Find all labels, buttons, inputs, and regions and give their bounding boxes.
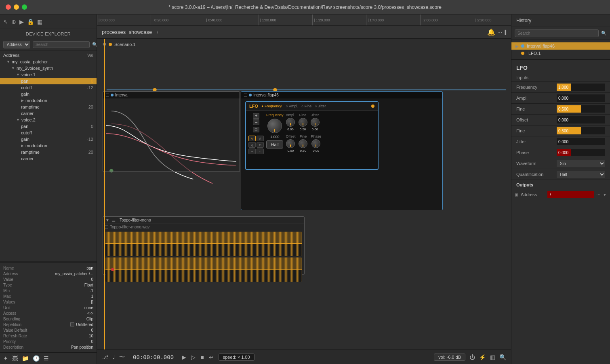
add-icon[interactable]: ⊕ <box>11 19 16 25</box>
tick-1: | 0:20.000 <box>151 15 168 25</box>
tree-item-gain-v2[interactable]: gain -12 <box>0 136 97 142</box>
lfo-param-fine-value[interactable]: 0.500 <box>557 105 605 113</box>
transport-branch-icon[interactable]: ⎇ <box>102 354 108 360</box>
lfo-plus-button[interactable]: + <box>253 113 259 119</box>
minimize-button[interactable] <box>14 4 19 10</box>
lfo-jitter-label-small: ○ Jitter <box>315 104 326 108</box>
tree-item-carrier-v2[interactable]: carrier <box>0 155 97 162</box>
output-expand-button[interactable]: ▼ <box>603 192 607 197</box>
lfo-knobs-row2: Offset 0.00 Fine 0.50 <box>286 134 321 153</box>
prop-access-label: Access <box>3 311 16 316</box>
repetition-checkbox[interactable] <box>70 322 74 326</box>
waveform-saw-button[interactable]: /| <box>248 142 256 148</box>
tree-item-value: 0 <box>91 79 93 84</box>
play-icon[interactable]: ▶ <box>19 19 24 25</box>
lfo-resize-button[interactable]: ⊡ <box>253 127 259 132</box>
waveform-noise-button[interactable]: ≈ <box>257 149 264 154</box>
tree-item-pan-v1[interactable]: pan 0 <box>0 78 97 84</box>
lfo-param-offset-value[interactable]: 0.000 <box>557 116 605 123</box>
lfo-param-ampl-value[interactable]: 0.000 <box>557 94 605 102</box>
waveform-square-button[interactable]: ⊓ <box>257 142 264 148</box>
sidebar-search-input[interactable] <box>33 41 90 48</box>
maximize-button[interactable] <box>22 4 27 10</box>
volume-display[interactable]: vol: -6.0 dB <box>434 354 465 361</box>
interval-flap46-menu-icon[interactable]: ☰ <box>244 93 247 97</box>
toppo-menu-icon[interactable]: ▼ <box>105 218 109 222</box>
sliders-icon[interactable]: ⚡ <box>479 354 486 360</box>
history-item-lfo[interactable]: LFO.1 <box>511 50 610 57</box>
tree-item-voice2[interactable]: ▼ voice.2 <box>0 117 97 123</box>
tree-item-cutoff-v2[interactable]: cutoff <box>0 130 97 136</box>
tree-item-label: cutoff <box>21 130 32 135</box>
prop-min-label: Min <box>3 289 10 293</box>
lfo-param-frequency-value[interactable]: 1.000 <box>557 84 605 91</box>
playhead-icon[interactable]: 🔔 <box>487 28 495 36</box>
tree-item-ramp-v1[interactable]: ramptime 20 <box>0 104 97 110</box>
tree-item-ramp-v2[interactable]: ramptime 20 <box>0 149 97 155</box>
prop-description-label: Description <box>3 345 23 349</box>
lfo-freq-knob[interactable] <box>267 119 282 133</box>
collapse-icon: ▼ <box>16 73 20 77</box>
lfo-fine2-group: Fine 0.50 <box>299 134 307 153</box>
prop-priority-label: Priority <box>3 339 16 344</box>
breadcrumb-name[interactable]: processes_showcase <box>102 29 152 35</box>
history-item-interval[interactable]: ▶ Interval.flap46 <box>511 42 610 50</box>
tree-item-mod-v2[interactable]: ▶ modulation <box>0 142 97 149</box>
tree-item-gain-v1[interactable]: gain <box>0 91 97 97</box>
tree-item-cutoff-v1[interactable]: cutoff -12 <box>0 84 97 91</box>
terminal-icon[interactable]: ▥ <box>490 354 495 360</box>
power-icon[interactable]: ⏻ <box>469 354 475 360</box>
list-icon[interactable]: ☰ <box>44 355 49 362</box>
history-search-input[interactable] <box>515 29 599 37</box>
lfo-phase-knob[interactable] <box>311 139 320 148</box>
titlebar: * score 3.0.0-a19 – /Users/jln/_Recherch… <box>0 0 610 15</box>
transport-wave-icon[interactable]: 〜 <box>119 354 125 361</box>
interval1-menu-icon[interactable]: ☰ <box>105 93 109 97</box>
prop-unit: Unit none <box>3 305 93 310</box>
score-canvas[interactable]: ☰ Scenario.1 ☰ <box>97 39 511 349</box>
tree-item-pan-v2[interactable]: pan 0 <box>0 123 97 130</box>
play-loop-button[interactable]: ▷ <box>191 354 196 360</box>
tree-item-value: 0 <box>91 124 93 129</box>
lfo-ampl-knob[interactable] <box>286 118 295 127</box>
lfo-minus-button[interactable]: − <box>253 119 259 125</box>
transport-note-icon[interactable]: ♩ <box>112 354 115 360</box>
lfo-offset-knob[interactable] <box>286 139 295 148</box>
grid-icon[interactable]: ▦ <box>37 19 42 25</box>
tree-item-ossia-patcher[interactable]: ▼ my_ossia_patcher <box>0 59 97 65</box>
speed-display[interactable]: speed: × 1.00 <box>219 354 255 361</box>
tree-item-mod-v1[interactable]: ▶ modulation <box>0 97 97 104</box>
waveform-sin-button[interactable]: ∿ <box>248 136 256 141</box>
waveform-tri-button[interactable]: /\ <box>257 136 264 141</box>
lfo-fine1-knob[interactable] <box>299 118 307 127</box>
cursor-icon[interactable]: ↖ <box>3 19 8 25</box>
play-transport-button[interactable]: ▶ <box>182 354 186 360</box>
lock-icon[interactable]: 🔒 <box>27 19 34 25</box>
clock-icon[interactable]: 🕐 <box>33 355 40 362</box>
tree-item-carrier-v1[interactable]: carrier <box>0 110 97 117</box>
lfo-param-fine2-value[interactable]: 0.500 <box>557 127 605 134</box>
tick-6: | 2:00.000 <box>420 15 438 25</box>
lfo-quantification-select[interactable]: Half <box>557 171 605 178</box>
lfo-fine2-knob[interactable] <box>299 139 307 148</box>
address-dropdown[interactable]: Address <box>3 41 30 48</box>
lfo-param-jitter-value[interactable]: 0.000 <box>557 138 605 145</box>
lfo-jitter-knob[interactable] <box>311 118 320 127</box>
lfo-param-phase-value[interactable]: 0.000 <box>557 149 605 156</box>
scenario-menu-icon[interactable]: ☰ <box>103 42 106 47</box>
tree-item-voice1[interactable]: ▼ voice.1 <box>0 71 97 78</box>
rewind-button[interactable]: ↩ <box>209 354 214 360</box>
image-icon[interactable]: 🖼 <box>12 355 18 362</box>
lfo-waveform-select[interactable]: Sin <box>557 160 605 167</box>
output-more-button[interactable]: ··· <box>596 192 600 197</box>
stop-button[interactable]: ■ <box>200 354 204 360</box>
tree-item-2voices[interactable]: ▼ my_2voices_synth <box>0 65 97 71</box>
output-address-value[interactable]: / <box>547 191 594 198</box>
node-icon[interactable]: ✦ <box>3 355 8 362</box>
toppo-ham-icon[interactable]: ☰ <box>112 218 116 222</box>
search-transport-icon[interactable]: 🔍 <box>499 354 506 360</box>
waveform-random-button[interactable]: ~ <box>248 149 256 154</box>
folder-icon[interactable]: 📁 <box>22 355 29 362</box>
close-button[interactable] <box>6 4 11 10</box>
lfo-jitter-group: Jitter 0.00 <box>311 113 320 131</box>
